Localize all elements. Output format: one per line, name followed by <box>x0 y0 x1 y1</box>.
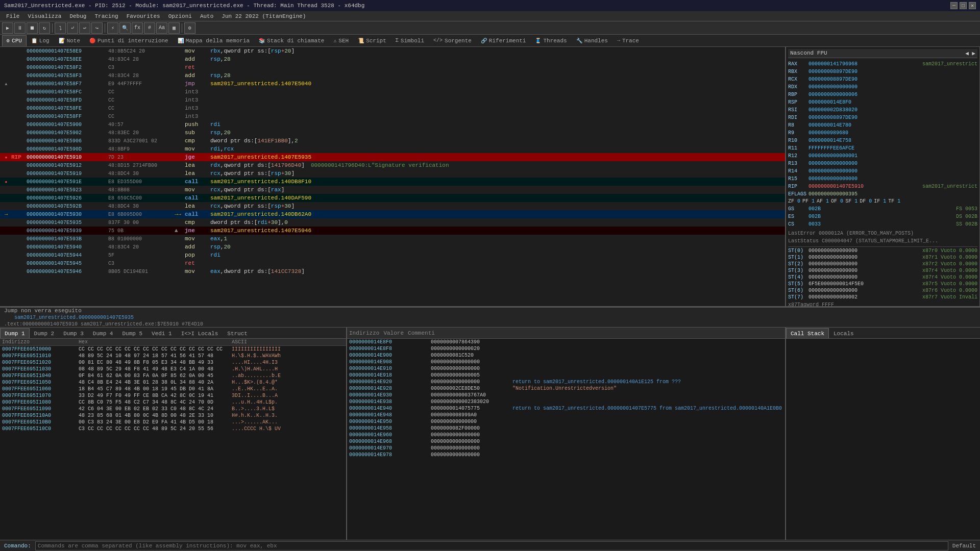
toolbar-btn-11[interactable]: fx <box>132 22 143 34</box>
stack-row[interactable]: 0000000014E9100000000000000000 <box>347 365 785 372</box>
menu-item-debug[interactable]: Debug <box>65 11 90 21</box>
disasm-row[interactable]: 0000000001407E593BB8 01000000moveax,1 <box>0 235 785 243</box>
toolbar-btn-9[interactable]: ⚡ <box>107 22 118 34</box>
disasm-row[interactable]: 0000000001407E594048:83C4 20addrsp,20 <box>0 243 785 251</box>
dump-row[interactable]: 0007FFEE695I10A048 23 85 68 01 4B 80 0C … <box>0 412 346 419</box>
tab-stack-di-chiamate[interactable]: 📚Stack di chiamate <box>254 35 329 46</box>
disasm-row[interactable]: 0000000001407E58F348:83C4 28addrsp,28 <box>0 71 785 80</box>
disasm-row[interactable]: ●RIP0000000001407E59107D 23jgesam2017_un… <box>0 153 785 161</box>
disasm-row[interactable]: ●0000000001407E591EE8 ED355D00callsam201… <box>0 178 785 186</box>
toolbar-btn-1[interactable]: ▶ <box>2 22 13 34</box>
disasm-pane[interactable]: 0000000001407E58E948:8B5C24 20movrbx,qwo… <box>0 47 786 306</box>
disasm-row[interactable]: 0000000001407E592B48:8DC4 30learcx,qword… <box>0 202 785 210</box>
disasm-row[interactable]: 0000000001407E59445Fpoprdi <box>0 251 785 259</box>
dump-row[interactable]: 0007FFEE695I10C0C3 CC CC CC CC CC CC CC … <box>0 425 346 432</box>
stack-row[interactable]: 0000000014E9480000000008999A0 <box>347 412 785 418</box>
disasm-row[interactable]: 0000000001407E58FCCCint3 <box>0 88 785 96</box>
dump-tab-vedi-1[interactable]: Vedi 1 <box>147 328 177 338</box>
dump-row[interactable]: 0007FFEE695I10400F 84 61 62 0A 00 83 FA … <box>0 372 346 379</box>
disasm-row[interactable]: 0000000001407E58F2C3ret <box>0 63 785 71</box>
tab-simboli[interactable]: ΣSimboli <box>391 35 429 46</box>
reg-value[interactable]: 0000000000000000 <box>808 161 975 166</box>
toolbar-btn-6[interactable]: ⤶ <box>67 22 78 34</box>
stack-row[interactable]: 0000000014E9600000000000000000 <box>347 432 785 438</box>
dump-row[interactable]: 0007FFEE695I106018 B4 45 C7 89 48 4B 00 … <box>0 386 346 392</box>
dump-row[interactable]: 0007FFEE695I0000CC CC CC CC CC CC CC CC … <box>0 346 346 353</box>
locals-tab-call-stack[interactable]: Call Stack <box>786 328 829 338</box>
disasm-row[interactable]: 0000000001407E590248:83EC 20subrsp,20 <box>0 129 785 137</box>
disasm-row[interactable]: 0000000001407E58FFCCint3 <box>0 112 785 120</box>
disasm-row[interactable]: 0000000001407E5945C3ret <box>0 259 785 267</box>
stack-row[interactable]: 0000000014E9300000000000003767A0 <box>347 392 785 398</box>
dump-tab-dump-3[interactable]: Dump 3 <box>59 328 88 338</box>
stack-row[interactable]: 0000000014E9000000000081C520 <box>347 352 785 359</box>
dump-row[interactable]: 0007FFEE695I102000 81 EC 80 48 49 8B F8 … <box>0 359 346 366</box>
reg-value[interactable]: 0000000014E780 <box>808 122 975 128</box>
tab-handles[interactable]: 🔧Handles <box>572 35 612 46</box>
reg-value[interactable]: 0000000000000006 <box>808 92 975 97</box>
disasm-row[interactable]: 0000000001407E58FDCCint3 <box>0 96 785 104</box>
toolbar-btn-14[interactable]: ▦ <box>168 22 180 34</box>
menu-item-jun-22-2022-(titanengine)[interactable]: Jun 22 2022 (TitanEngine) <box>217 11 310 21</box>
stack-row[interactable]: 0000000014E928000000002CE8DE50"Notificat… <box>347 385 785 392</box>
tab-mappa-della-memoria[interactable]: 📊Mappa della memoria <box>173 35 254 46</box>
toolbar-btn-13[interactable]: Aa <box>156 22 167 34</box>
tab-threads[interactable]: 🧵Threads <box>530 35 571 46</box>
toolbar-btn-12[interactable]: # <box>144 22 155 34</box>
tab-trace[interactable]: →Trace <box>612 35 644 46</box>
disasm-row[interactable]: 0000000001407E592348:8B08movrcx,qword pt… <box>0 186 785 194</box>
disasm-row[interactable]: 0000000001407E58E948:8B5C24 20movrbx,qwo… <box>0 47 785 55</box>
dump-row[interactable]: 0007FFEE695I101048 89 5C 24 10 48 97 24 … <box>0 353 346 359</box>
disasm-row[interactable]: 0000000001407E5926E8 659C5C00callsam2017… <box>0 194 785 202</box>
tab-sorgente[interactable]: </>Sorgente <box>429 35 476 46</box>
stack-row[interactable]: 0000000014E9080000000000000000 <box>347 359 785 365</box>
stack-row[interactable]: 0000000014E8F80000000000000020 <box>347 345 785 352</box>
tab-script[interactable]: 📜Script <box>353 35 391 46</box>
stack-row[interactable]: 0000000014E9680000000000000000 <box>347 438 785 445</box>
dump-tab-i<>i-locals[interactable]: I<>I Locals <box>177 328 223 338</box>
tab-note[interactable]: 📝Note <box>54 35 85 46</box>
tab-log[interactable]: 📋Log <box>27 35 54 46</box>
stack-row[interactable]: 0000000014E9780000000000000000 <box>347 452 785 458</box>
disasm-row[interactable]: 0000000001407E58EE48:83C4 28addrsp,28 <box>0 55 785 63</box>
menu-item-opzioni[interactable]: Opzioni <box>164 11 196 21</box>
stack-row[interactable]: 0000000014E9400000000014075775return to … <box>347 405 785 412</box>
toolbar-btn-8[interactable]: ↪ <box>91 22 103 34</box>
dump-tab-dump-5[interactable]: Dump 5 <box>117 328 147 338</box>
stack-row[interactable]: 0000000014E8F00000000007864390 <box>347 339 785 345</box>
disasm-row[interactable]: →0000000001407E5930E8 6B095D00→→callsam2… <box>0 210 785 218</box>
locals-tab-locals[interactable]: Locals <box>829 328 859 338</box>
menu-item-auto[interactable]: Auto <box>196 11 217 21</box>
tab-punti-di-interruzione[interactable]: 🔴Punti di interruzione <box>85 35 173 46</box>
disasm-row[interactable]: 0000000001407E590D48:8BF9movrdi,rcx <box>0 145 785 153</box>
toolbar-btn-2[interactable]: ⏸ <box>14 22 26 34</box>
toolbar-btn-4[interactable]: ↻ <box>39 22 50 34</box>
disasm-row[interactable]: 0000000001407E590040:57pushrdi <box>0 120 785 129</box>
command-input[interactable] <box>35 541 948 550</box>
reg-value[interactable]: 0000000000000000 <box>808 168 975 174</box>
dump-row[interactable]: 0007FFEE695I107033 D2 49 F7 F0 49 FF CE … <box>0 392 346 399</box>
dump-tab-dump-1[interactable]: Dump 1 <box>0 328 30 338</box>
stack-row[interactable]: 0000000014E9180000000000000005 <box>347 372 785 379</box>
reg-value[interactable]: 0000000989680 <box>808 130 975 136</box>
dump-row[interactable]: 0007FFEE695I10B000 C3 83 24 3E 00 E8 D2 … <box>0 419 346 425</box>
menu-item-file[interactable]: File <box>2 11 23 21</box>
reg-value[interactable]: 0000000014E758 <box>808 138 975 143</box>
reg-value[interactable]: 0000000141796968 <box>808 61 920 67</box>
reg-value[interactable]: 000000008897DE90 <box>808 77 975 82</box>
stack-row[interactable]: 0000000014E9200000000000000000return to … <box>347 379 785 385</box>
toolbar-btn-7[interactable]: ↩ <box>79 22 90 34</box>
reg-value[interactable]: 000000008897DE90 <box>808 69 975 74</box>
toolbar-btn-10[interactable]: 🔍 <box>119 22 131 34</box>
reg-value[interactable]: 0000000000000001 <box>808 153 975 159</box>
dump-row[interactable]: 0007FFEE695I105048 C4 8B E4 24 4B 3E 01 … <box>0 379 346 386</box>
dump-content[interactable]: IndirizzoHexASCII0007FFEE695I0000CC CC C… <box>0 339 346 540</box>
disasm-row[interactable]: 0000000001407E58FECCint3 <box>0 104 785 112</box>
disasm-row[interactable]: 0000000001407E591948:8DC4 30learcx,qword… <box>0 169 785 178</box>
dump-row[interactable]: 0007FFEE695I103008 48 89 5C 29 48 F8 41 … <box>0 366 346 372</box>
dump-tab-dump-4[interactable]: Dump 4 <box>88 328 118 338</box>
reg-value[interactable]: 000000008897DE90 <box>808 115 975 120</box>
minimize-button[interactable]: ─ <box>950 2 958 9</box>
menu-item-tracing[interactable]: Tracing <box>90 11 122 21</box>
tab-seh[interactable]: ⚠SEH <box>329 35 353 46</box>
